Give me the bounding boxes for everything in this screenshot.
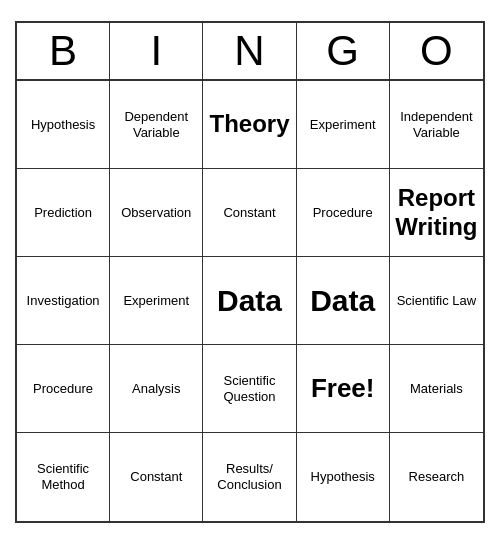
bingo-card: BINGO HypothesisDependent VariableTheory… (15, 21, 485, 523)
cell-16: Analysis (110, 345, 203, 433)
cell-21: Constant (110, 433, 203, 521)
cell-4: Independent Variable (390, 81, 483, 169)
bingo-header: BINGO (17, 23, 483, 81)
cell-9: Report Writing (390, 169, 483, 257)
cell-18: Free! (297, 345, 390, 433)
cell-24: Research (390, 433, 483, 521)
cell-7: Constant (203, 169, 296, 257)
bingo-letter-N: N (203, 23, 296, 79)
cell-1: Dependent Variable (110, 81, 203, 169)
cell-22: Results/ Conclusion (203, 433, 296, 521)
bingo-letter-I: I (110, 23, 203, 79)
cell-2: Theory (203, 81, 296, 169)
cell-8: Procedure (297, 169, 390, 257)
bingo-letter-G: G (297, 23, 390, 79)
cell-23: Hypothesis (297, 433, 390, 521)
cell-19: Materials (390, 345, 483, 433)
cell-14: Scientific Law (390, 257, 483, 345)
bingo-grid: HypothesisDependent VariableTheoryExperi… (17, 81, 483, 521)
cell-20: Scientific Method (17, 433, 110, 521)
cell-13: Data (297, 257, 390, 345)
cell-12: Data (203, 257, 296, 345)
bingo-letter-O: O (390, 23, 483, 79)
cell-6: Observation (110, 169, 203, 257)
cell-5: Prediction (17, 169, 110, 257)
bingo-letter-B: B (17, 23, 110, 79)
cell-17: Scientific Question (203, 345, 296, 433)
cell-11: Experiment (110, 257, 203, 345)
cell-3: Experiment (297, 81, 390, 169)
cell-0: Hypothesis (17, 81, 110, 169)
cell-15: Procedure (17, 345, 110, 433)
cell-10: Investigation (17, 257, 110, 345)
